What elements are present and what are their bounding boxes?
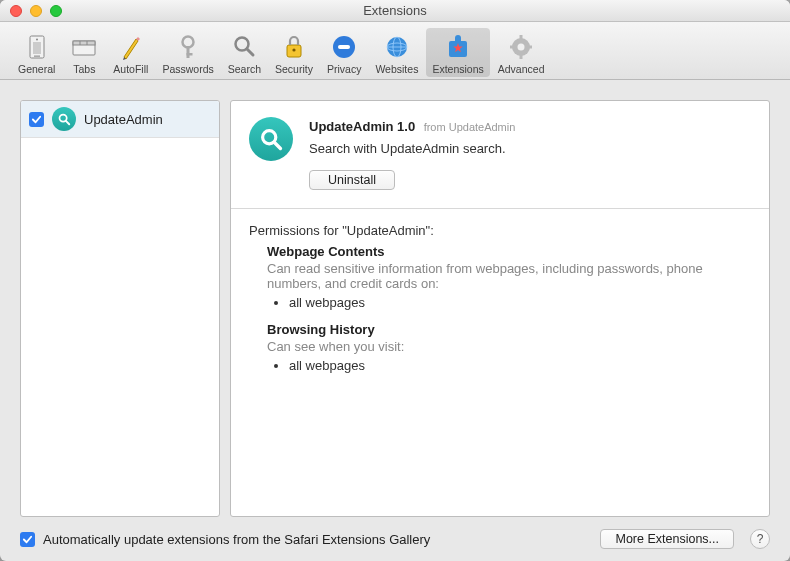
permissions-heading: Permissions for "UpdateAdmin": xyxy=(249,223,751,238)
permission-title: Webpage Contents xyxy=(267,244,751,259)
minimize-icon[interactable] xyxy=(30,5,42,17)
extension-detail-icon xyxy=(249,117,293,161)
extension-row[interactable]: UpdateAdmin xyxy=(21,101,219,138)
extension-name: UpdateAdmin xyxy=(84,112,163,127)
tab-extensions[interactable]: Extensions xyxy=(426,28,489,77)
extension-title: UpdateAdmin 1.0 xyxy=(309,119,415,134)
permission-item: all webpages xyxy=(289,295,751,310)
tab-websites[interactable]: Websites xyxy=(369,28,424,77)
general-icon xyxy=(24,32,50,62)
extension-enabled-checkbox[interactable] xyxy=(29,112,44,127)
extension-description: Search with UpdateAdmin search. xyxy=(309,141,751,156)
tab-advanced[interactable]: Advanced xyxy=(492,28,551,77)
svg-rect-16 xyxy=(338,45,350,49)
extension-icon xyxy=(52,107,76,131)
websites-icon xyxy=(384,32,410,62)
tab-general[interactable]: General xyxy=(12,28,61,77)
titlebar[interactable]: Extensions xyxy=(0,0,790,22)
uninstall-button[interactable]: Uninstall xyxy=(309,170,395,190)
svg-rect-26 xyxy=(520,55,523,59)
tab-passwords[interactable]: Passwords xyxy=(156,28,219,77)
svg-line-12 xyxy=(247,49,253,55)
search-icon xyxy=(231,32,257,62)
tab-search[interactable]: Search xyxy=(222,28,267,77)
more-extensions-button[interactable]: More Extensions... xyxy=(600,529,734,549)
extension-author: from UpdateAdmin xyxy=(424,121,516,133)
svg-rect-27 xyxy=(510,46,514,49)
permission-item: all webpages xyxy=(289,358,751,373)
extensions-list: UpdateAdmin xyxy=(20,100,220,517)
close-icon[interactable] xyxy=(10,5,22,17)
tab-privacy[interactable]: Privacy xyxy=(321,28,367,77)
footer: Automatically update extensions from the… xyxy=(20,517,770,549)
toolbar: General Tabs AutoFill Passwords Search xyxy=(0,22,790,80)
tabs-icon xyxy=(70,32,98,62)
traffic-lights xyxy=(0,5,62,17)
svg-rect-9 xyxy=(187,46,190,58)
tab-autofill[interactable]: AutoFill xyxy=(107,28,154,77)
permission-title: Browsing History xyxy=(267,322,751,337)
svg-point-1 xyxy=(36,39,38,41)
tab-tabs[interactable]: Tabs xyxy=(63,28,105,77)
svg-rect-25 xyxy=(520,35,523,39)
svg-rect-3 xyxy=(34,56,40,57)
svg-rect-2 xyxy=(33,42,41,54)
svg-point-24 xyxy=(518,44,525,51)
security-icon xyxy=(281,32,307,62)
svg-point-8 xyxy=(183,37,194,48)
auto-update-checkbox[interactable] xyxy=(20,532,35,547)
tab-security[interactable]: Security xyxy=(269,28,319,77)
permission-desc: Can read sensitive information from webp… xyxy=(267,261,751,291)
autofill-icon xyxy=(118,32,144,62)
permission-desc: Can see when you visit: xyxy=(267,339,751,354)
privacy-icon xyxy=(331,32,357,62)
zoom-icon[interactable] xyxy=(50,5,62,17)
svg-point-14 xyxy=(292,48,295,51)
extensions-window: Extensions General Tabs AutoFill Passwor… xyxy=(0,0,790,561)
auto-update-label: Automatically update extensions from the… xyxy=(43,532,592,547)
window-title: Extensions xyxy=(0,3,790,18)
svg-rect-5 xyxy=(73,41,95,45)
content: UpdateAdmin UpdateAdmin 1.0 from UpdateA… xyxy=(0,80,790,561)
extension-detail: UpdateAdmin 1.0 from UpdateAdmin Search … xyxy=(230,100,770,517)
svg-line-32 xyxy=(274,142,280,148)
passwords-icon xyxy=(175,32,201,62)
advanced-icon xyxy=(508,32,534,62)
svg-rect-10 xyxy=(187,53,193,56)
extensions-icon xyxy=(445,32,471,62)
help-button[interactable]: ? xyxy=(750,529,770,549)
svg-line-30 xyxy=(66,121,69,124)
svg-rect-28 xyxy=(528,46,532,49)
